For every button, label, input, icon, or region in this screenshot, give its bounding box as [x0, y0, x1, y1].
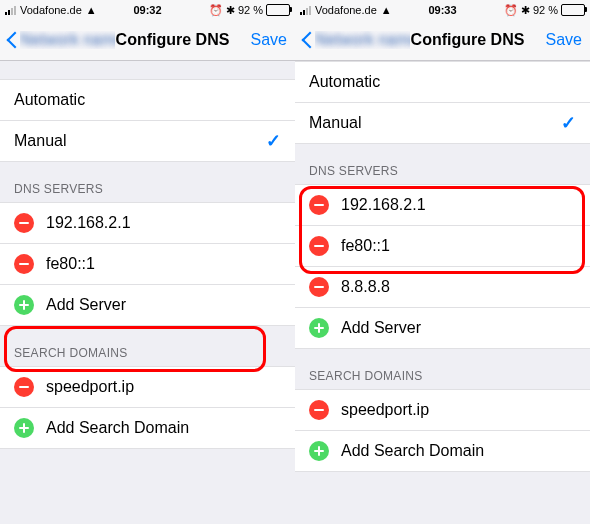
mode-automatic-label: Automatic	[309, 73, 380, 91]
back-label: Network name	[20, 31, 115, 49]
carrier-label: Vodafone.de	[315, 4, 377, 16]
search-domain-row[interactable]: speedport.ip	[295, 389, 590, 431]
alarm-icon: ⏰	[209, 4, 223, 17]
add-search-domain-row[interactable]: Add Search Domain	[0, 408, 295, 449]
add-server-label: Add Server	[341, 319, 421, 337]
add-search-domain-row[interactable]: Add Search Domain	[295, 431, 590, 472]
remove-icon[interactable]	[309, 236, 329, 256]
remove-icon[interactable]	[309, 400, 329, 420]
search-domain-value: speedport.ip	[46, 378, 134, 396]
settings-list: Automatic Manual ✓ DNS SERVERS 192.168.2…	[0, 61, 295, 524]
phone-left: Vodafone.de ▲ 09:32 ⏰ ✱ 92 % Network nam…	[0, 0, 295, 524]
add-search-domain-label: Add Search Domain	[341, 442, 484, 460]
mode-manual-label: Manual	[309, 114, 361, 132]
dns-row[interactable]: 8.8.8.8	[295, 267, 590, 308]
remove-icon[interactable]	[14, 377, 34, 397]
add-icon[interactable]	[309, 318, 329, 338]
dns-servers-header: DNS SERVERS	[295, 144, 590, 184]
mode-automatic[interactable]: Automatic	[0, 79, 295, 121]
phone-right: Vodafone.de ▲ 09:33 ⏰ ✱ 92 % Network nam…	[295, 0, 590, 524]
remove-icon[interactable]	[309, 277, 329, 297]
remove-icon[interactable]	[309, 195, 329, 215]
wifi-icon: ▲	[86, 4, 97, 16]
carrier-label: Vodafone.de	[20, 4, 82, 16]
battery-pct: 92 %	[238, 4, 263, 16]
search-domains-header: SEARCH DOMAINS	[0, 326, 295, 366]
add-server-row[interactable]: Add Server	[0, 285, 295, 326]
status-bar: Vodafone.de ▲ 09:33 ⏰ ✱ 92 %	[295, 0, 590, 20]
search-domain-value: speedport.ip	[341, 401, 429, 419]
add-server-row[interactable]: Add Server	[295, 308, 590, 349]
battery-icon	[561, 4, 585, 16]
save-button[interactable]: Save	[546, 31, 582, 49]
dns-row[interactable]: 192.168.2.1	[0, 202, 295, 244]
mode-manual-label: Manual	[14, 132, 66, 150]
mode-automatic[interactable]: Automatic	[295, 61, 590, 103]
mode-manual[interactable]: Manual ✓	[0, 121, 295, 162]
dns-row[interactable]: 192.168.2.1	[295, 184, 590, 226]
battery-pct: 92 %	[533, 4, 558, 16]
remove-icon[interactable]	[14, 254, 34, 274]
nav-bar: Network name Configure DNS Save	[295, 20, 590, 61]
bluetooth-icon: ✱	[226, 4, 235, 17]
remove-icon[interactable]	[14, 213, 34, 233]
chevron-left-icon	[301, 30, 313, 50]
settings-list: Automatic Manual ✓ DNS SERVERS 192.168.2…	[295, 61, 590, 524]
add-server-label: Add Server	[46, 296, 126, 314]
search-domains-header: SEARCH DOMAINS	[295, 349, 590, 389]
dns-row[interactable]: fe80::1	[0, 244, 295, 285]
wifi-icon: ▲	[381, 4, 392, 16]
dns-value: 8.8.8.8	[341, 278, 390, 296]
signal-icon	[5, 6, 16, 15]
back-button[interactable]: Network name	[6, 30, 115, 50]
status-bar: Vodafone.de ▲ 09:32 ⏰ ✱ 92 %	[0, 0, 295, 20]
bluetooth-icon: ✱	[521, 4, 530, 17]
signal-icon	[300, 6, 311, 15]
battery-icon	[266, 4, 290, 16]
chevron-left-icon	[6, 30, 18, 50]
checkmark-icon: ✓	[561, 112, 576, 134]
add-icon[interactable]	[14, 295, 34, 315]
checkmark-icon: ✓	[266, 130, 281, 152]
add-icon[interactable]	[309, 441, 329, 461]
back-button[interactable]: Network name	[301, 30, 410, 50]
search-domain-row[interactable]: speedport.ip	[0, 366, 295, 408]
dns-value: fe80::1	[341, 237, 390, 255]
back-label: Network name	[315, 31, 410, 49]
add-icon[interactable]	[14, 418, 34, 438]
mode-manual[interactable]: Manual ✓	[295, 103, 590, 144]
mode-automatic-label: Automatic	[14, 91, 85, 109]
save-button[interactable]: Save	[251, 31, 287, 49]
dns-row[interactable]: fe80::1	[295, 226, 590, 267]
dns-value: 192.168.2.1	[46, 214, 131, 232]
alarm-icon: ⏰	[504, 4, 518, 17]
nav-bar: Network name Configure DNS Save	[0, 20, 295, 61]
dns-servers-header: DNS SERVERS	[0, 162, 295, 202]
dns-value: fe80::1	[46, 255, 95, 273]
dns-value: 192.168.2.1	[341, 196, 426, 214]
add-search-domain-label: Add Search Domain	[46, 419, 189, 437]
